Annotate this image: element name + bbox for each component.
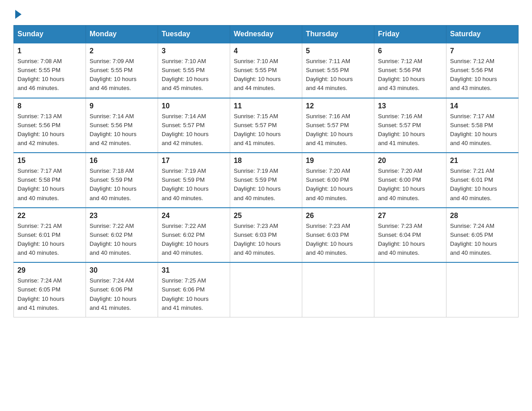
day-info: Sunrise: 7:18 AMSunset: 5:59 PMDaylight:… [90,167,154,203]
day-number: 31 [162,266,226,274]
day-number: 14 [450,102,515,110]
calendar-day-cell: 13Sunrise: 7:16 AMSunset: 5:57 PMDayligh… [374,98,446,153]
weekday-header-sunday: Sunday [14,26,86,43]
calendar-day-cell: 30Sunrise: 7:24 AMSunset: 6:06 PMDayligh… [86,262,158,317]
day-info: Sunrise: 7:12 AMSunset: 5:56 PMDaylight:… [378,57,442,93]
day-info: Sunrise: 7:10 AMSunset: 5:55 PMDaylight:… [162,57,226,93]
calendar-day-cell: 10Sunrise: 7:14 AMSunset: 5:57 PMDayligh… [158,98,230,153]
calendar-day-cell: 15Sunrise: 7:17 AMSunset: 5:58 PMDayligh… [14,153,86,208]
calendar-day-cell: 9Sunrise: 7:14 AMSunset: 5:56 PMDaylight… [86,98,158,153]
day-info: Sunrise: 7:20 AMSunset: 6:00 PMDaylight:… [378,167,442,203]
day-info: Sunrise: 7:17 AMSunset: 5:58 PMDaylight:… [450,112,515,148]
day-number: 16 [90,157,154,165]
day-number: 28 [450,212,515,220]
calendar-day-cell [302,262,374,317]
logo [13,9,21,17]
calendar-day-cell: 25Sunrise: 7:23 AMSunset: 6:03 PMDayligh… [230,208,302,263]
calendar-day-cell: 28Sunrise: 7:24 AMSunset: 6:05 PMDayligh… [446,208,519,263]
logo-triangle-icon [15,10,21,19]
day-number: 29 [17,266,82,274]
day-info: Sunrise: 7:13 AMSunset: 5:56 PMDaylight:… [17,112,82,148]
day-info: Sunrise: 7:24 AMSunset: 6:05 PMDaylight:… [17,276,82,313]
weekday-header-thursday: Thursday [302,26,374,43]
day-info: Sunrise: 7:17 AMSunset: 5:58 PMDaylight:… [17,167,82,203]
day-info: Sunrise: 7:12 AMSunset: 5:56 PMDaylight:… [450,57,515,93]
day-info: Sunrise: 7:19 AMSunset: 5:59 PMDaylight:… [162,167,226,203]
calendar-day-cell: 20Sunrise: 7:20 AMSunset: 6:00 PMDayligh… [374,153,446,208]
day-number: 26 [306,212,370,220]
calendar-week-row: 1Sunrise: 7:08 AMSunset: 5:55 PMDaylight… [14,43,519,98]
calendar-day-cell: 24Sunrise: 7:22 AMSunset: 6:02 PMDayligh… [158,208,230,263]
day-number: 6 [378,47,442,55]
calendar-week-row: 29Sunrise: 7:24 AMSunset: 6:05 PMDayligh… [14,262,519,317]
day-number: 8 [17,102,82,110]
day-info: Sunrise: 7:23 AMSunset: 6:03 PMDaylight:… [306,222,370,258]
calendar-day-cell: 7Sunrise: 7:12 AMSunset: 5:56 PMDaylight… [446,43,519,98]
day-info: Sunrise: 7:24 AMSunset: 6:05 PMDaylight:… [450,222,515,258]
calendar-day-cell: 16Sunrise: 7:18 AMSunset: 5:59 PMDayligh… [86,153,158,208]
day-number: 20 [378,157,442,165]
calendar-day-cell: 27Sunrise: 7:23 AMSunset: 6:04 PMDayligh… [374,208,446,263]
weekday-header-row: SundayMondayTuesdayWednesdayThursdayFrid… [14,26,519,43]
day-number: 15 [17,157,82,165]
calendar-day-cell: 29Sunrise: 7:24 AMSunset: 6:05 PMDayligh… [14,262,86,317]
day-info: Sunrise: 7:23 AMSunset: 6:03 PMDaylight:… [234,222,298,258]
calendar-day-cell: 14Sunrise: 7:17 AMSunset: 5:58 PMDayligh… [446,98,519,153]
day-number: 11 [234,102,298,110]
day-number: 27 [378,212,442,220]
calendar-day-cell: 5Sunrise: 7:11 AMSunset: 5:55 PMDaylight… [302,43,374,98]
day-info: Sunrise: 7:15 AMSunset: 5:57 PMDaylight:… [234,112,298,148]
day-number: 30 [90,266,154,274]
day-info: Sunrise: 7:22 AMSunset: 6:02 PMDaylight:… [162,222,226,258]
day-info: Sunrise: 7:20 AMSunset: 6:00 PMDaylight:… [306,167,370,203]
day-number: 12 [306,102,370,110]
day-number: 22 [17,212,82,220]
weekday-header-wednesday: Wednesday [230,26,302,43]
day-info: Sunrise: 7:16 AMSunset: 5:57 PMDaylight:… [378,112,442,148]
day-number: 10 [162,102,226,110]
day-number: 3 [162,47,226,55]
day-number: 19 [306,157,370,165]
calendar-day-cell: 8Sunrise: 7:13 AMSunset: 5:56 PMDaylight… [14,98,86,153]
day-info: Sunrise: 7:09 AMSunset: 5:55 PMDaylight:… [90,57,154,93]
calendar-table: SundayMondayTuesdayWednesdayThursdayFrid… [13,25,519,317]
calendar-day-cell: 12Sunrise: 7:16 AMSunset: 5:57 PMDayligh… [302,98,374,153]
day-number: 1 [17,47,82,55]
day-number: 18 [234,157,298,165]
calendar-day-cell [230,262,302,317]
day-number: 4 [234,47,298,55]
day-info: Sunrise: 7:11 AMSunset: 5:55 PMDaylight:… [306,57,370,93]
calendar-day-cell: 6Sunrise: 7:12 AMSunset: 5:56 PMDaylight… [374,43,446,98]
day-info: Sunrise: 7:24 AMSunset: 6:06 PMDaylight:… [90,276,154,313]
day-number: 25 [234,212,298,220]
weekday-header-saturday: Saturday [446,26,519,43]
calendar-day-cell: 18Sunrise: 7:19 AMSunset: 5:59 PMDayligh… [230,153,302,208]
calendar-day-cell: 3Sunrise: 7:10 AMSunset: 5:55 PMDaylight… [158,43,230,98]
day-info: Sunrise: 7:19 AMSunset: 5:59 PMDaylight:… [234,167,298,203]
day-info: Sunrise: 7:25 AMSunset: 6:06 PMDaylight:… [162,276,226,313]
page-header [13,9,519,17]
day-info: Sunrise: 7:21 AMSunset: 6:01 PMDaylight:… [17,222,82,258]
day-number: 21 [450,157,515,165]
calendar-day-cell: 17Sunrise: 7:19 AMSunset: 5:59 PMDayligh… [158,153,230,208]
calendar-day-cell: 11Sunrise: 7:15 AMSunset: 5:57 PMDayligh… [230,98,302,153]
day-number: 7 [450,47,515,55]
calendar-day-cell: 23Sunrise: 7:22 AMSunset: 6:02 PMDayligh… [86,208,158,263]
weekday-header-friday: Friday [374,26,446,43]
calendar-day-cell: 22Sunrise: 7:21 AMSunset: 6:01 PMDayligh… [14,208,86,263]
day-info: Sunrise: 7:14 AMSunset: 5:57 PMDaylight:… [162,112,226,148]
calendar-day-cell: 26Sunrise: 7:23 AMSunset: 6:03 PMDayligh… [302,208,374,263]
day-info: Sunrise: 7:10 AMSunset: 5:55 PMDaylight:… [234,57,298,93]
calendar-week-row: 22Sunrise: 7:21 AMSunset: 6:01 PMDayligh… [14,208,519,263]
day-info: Sunrise: 7:21 AMSunset: 6:01 PMDaylight:… [450,167,515,203]
calendar-day-cell: 4Sunrise: 7:10 AMSunset: 5:55 PMDaylight… [230,43,302,98]
day-number: 17 [162,157,226,165]
weekday-header-monday: Monday [86,26,158,43]
day-number: 5 [306,47,370,55]
day-number: 24 [162,212,226,220]
day-info: Sunrise: 7:23 AMSunset: 6:04 PMDaylight:… [378,222,442,258]
day-info: Sunrise: 7:22 AMSunset: 6:02 PMDaylight:… [90,222,154,258]
weekday-header-tuesday: Tuesday [158,26,230,43]
calendar-day-cell: 2Sunrise: 7:09 AMSunset: 5:55 PMDaylight… [86,43,158,98]
calendar-day-cell: 21Sunrise: 7:21 AMSunset: 6:01 PMDayligh… [446,153,519,208]
